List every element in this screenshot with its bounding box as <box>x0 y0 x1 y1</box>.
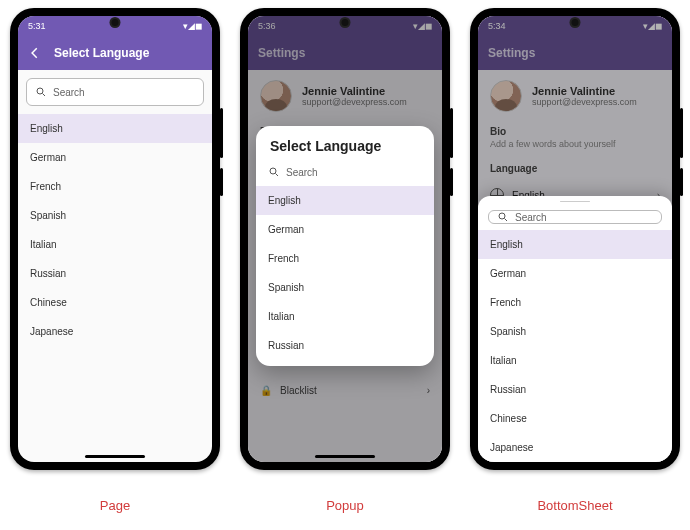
list-item[interactable]: Spanish <box>18 201 212 230</box>
page-title: Select Language <box>54 46 149 60</box>
language-list: English German French Spanish Italian Ru… <box>256 186 434 360</box>
search-placeholder: Search <box>515 212 547 223</box>
svg-point-0 <box>37 88 43 94</box>
list-item[interactable]: French <box>18 172 212 201</box>
list-item[interactable]: Italian <box>478 346 672 375</box>
app-bar: Select Language <box>18 36 212 70</box>
phone-bottomsheet: 5:34 ▾◢◼ Settings Jennie Valintine suppo… <box>470 8 680 470</box>
svg-point-1 <box>270 168 276 174</box>
bottom-sheet: Search English German French Spanish Ita… <box>478 196 672 462</box>
search-icon <box>268 166 280 178</box>
language-list: English German French Spanish Italian Ru… <box>478 230 672 462</box>
sheet-handle[interactable] <box>560 201 590 202</box>
caption-page: Page <box>10 480 220 513</box>
nav-pill[interactable] <box>85 455 145 458</box>
search-placeholder: Search <box>53 87 85 98</box>
list-item[interactable]: Russian <box>18 259 212 288</box>
language-list: English German French Spanish Italian Ru… <box>18 114 212 346</box>
list-item[interactable]: Japanese <box>478 433 672 462</box>
list-item[interactable]: German <box>478 259 672 288</box>
caption-popup: Popup <box>240 480 450 513</box>
search-placeholder: Search <box>286 167 318 178</box>
list-item[interactable]: English <box>18 114 212 143</box>
search-input[interactable]: Search <box>26 78 204 106</box>
list-item[interactable]: Spanish <box>256 273 434 302</box>
status-time: 5:31 <box>28 21 46 31</box>
status-icons: ▾◢◼ <box>183 21 202 31</box>
phone-popup: 5:36 ▾◢◼ Settings Jennie Valintine suppo… <box>240 8 450 470</box>
list-item[interactable]: Italian <box>18 230 212 259</box>
list-item[interactable]: French <box>256 244 434 273</box>
list-item[interactable]: English <box>478 230 672 259</box>
list-item[interactable]: Spanish <box>478 317 672 346</box>
search-input[interactable]: Search <box>260 158 430 186</box>
list-item[interactable]: Russian <box>478 375 672 404</box>
list-item[interactable]: German <box>18 143 212 172</box>
list-item[interactable]: Chinese <box>478 404 672 433</box>
list-item[interactable]: English <box>256 186 434 215</box>
search-icon <box>497 211 509 223</box>
svg-point-2 <box>499 213 505 219</box>
list-item[interactable]: Japanese <box>18 317 212 346</box>
status-bar: 5:31 ▾◢◼ <box>18 16 212 36</box>
back-icon[interactable] <box>28 46 42 60</box>
list-item[interactable]: Italian <box>256 302 434 331</box>
phone-page: 5:31 ▾◢◼ Select Language Search English … <box>10 8 220 470</box>
popup-title: Select Language <box>256 126 434 158</box>
search-input[interactable]: Search <box>488 210 662 224</box>
caption-bottomsheet: BottomSheet <box>470 480 680 513</box>
list-item[interactable]: Russian <box>256 331 434 360</box>
search-icon <box>35 86 47 98</box>
list-item[interactable]: French <box>478 288 672 317</box>
list-item[interactable]: Chinese <box>18 288 212 317</box>
list-item[interactable]: German <box>256 215 434 244</box>
popup-dialog: Select Language Search English German Fr… <box>256 126 434 366</box>
